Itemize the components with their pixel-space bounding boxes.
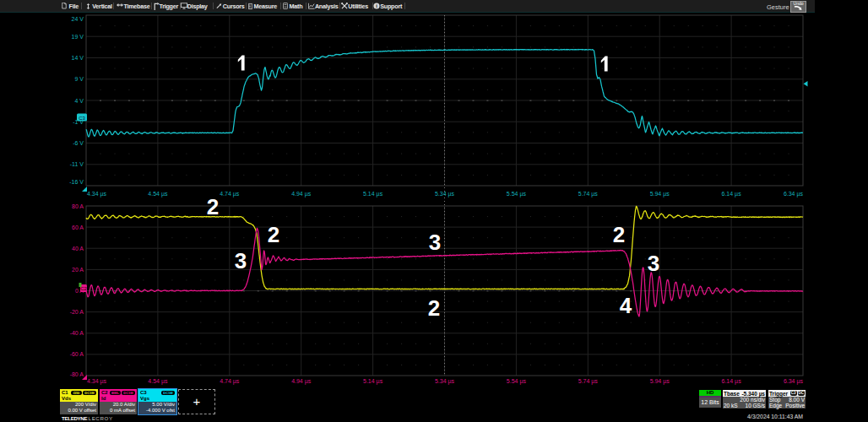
- svg-text:-60 A: -60 A: [70, 351, 84, 357]
- svg-text:C3: C3: [79, 116, 85, 121]
- svg-text:4.94 µs: 4.94 µs: [291, 191, 312, 197]
- svg-text:40 A: 40 A: [72, 246, 84, 252]
- svg-text:5.14 µs: 5.14 µs: [363, 378, 383, 385]
- svg-text:-6 V: -6 V: [73, 140, 84, 146]
- svg-text:-40 A: -40 A: [70, 330, 84, 336]
- svg-text:2: 2: [428, 295, 440, 321]
- svg-text:5.74 µs: 5.74 µs: [578, 191, 599, 197]
- svg-text:2: 2: [613, 222, 625, 247]
- svg-text:5.74 µs: 5.74 µs: [578, 378, 599, 385]
- svg-text:5.54 µs: 5.54 µs: [507, 378, 527, 385]
- svg-text:5.94 µs: 5.94 µs: [650, 191, 670, 197]
- svg-text:-11 V: -11 V: [70, 161, 84, 167]
- svg-text:5.34 µs: 5.34 µs: [435, 378, 455, 385]
- svg-text:9 V: 9 V: [74, 76, 84, 82]
- svg-text:24 V: 24 V: [72, 16, 84, 22]
- svg-text:6.14 µs: 6.14 µs: [722, 191, 742, 197]
- svg-text:2: 2: [207, 194, 219, 219]
- svg-text:4.54 µs: 4.54 µs: [148, 191, 168, 197]
- svg-text:5.14 µs: 5.14 µs: [363, 191, 383, 197]
- svg-text:20 A: 20 A: [72, 267, 84, 273]
- svg-text:4: 4: [620, 293, 632, 318]
- svg-text:4.34 µs: 4.34 µs: [87, 191, 107, 197]
- svg-text:14 V: 14 V: [72, 55, 84, 61]
- svg-text:4.94 µs: 4.94 µs: [291, 378, 312, 385]
- svg-text:80 A: 80 A: [72, 203, 84, 209]
- svg-text:5.94 µs: 5.94 µs: [650, 378, 670, 385]
- svg-text:4.74 µs: 4.74 µs: [220, 191, 240, 197]
- svg-text:3: 3: [648, 251, 659, 276]
- svg-text:4 V: 4 V: [74, 98, 84, 104]
- svg-text:19 V: 19 V: [72, 34, 84, 40]
- svg-text:5.34 µs: 5.34 µs: [435, 191, 455, 197]
- svg-text:6.14 µs: 6.14 µs: [722, 378, 742, 385]
- svg-text:-16 V: -16 V: [69, 179, 84, 185]
- svg-text:5.54 µs: 5.54 µs: [507, 191, 527, 197]
- svg-text:2: 2: [268, 222, 279, 247]
- svg-text:3: 3: [235, 248, 247, 273]
- svg-text:60 A: 60 A: [72, 225, 84, 230]
- svg-text:4.34 µs: 4.34 µs: [87, 378, 107, 385]
- svg-text:-20 A: -20 A: [70, 309, 84, 315]
- svg-text:3: 3: [429, 230, 441, 255]
- svg-text:6.34 µs: 6.34 µs: [784, 378, 804, 385]
- svg-text:4.74 µs: 4.74 µs: [220, 378, 240, 385]
- svg-text:-80 A: -80 A: [70, 371, 84, 377]
- svg-text:6.34 µs: 6.34 µs: [784, 191, 804, 197]
- svg-text:4.54 µs: 4.54 µs: [148, 378, 168, 385]
